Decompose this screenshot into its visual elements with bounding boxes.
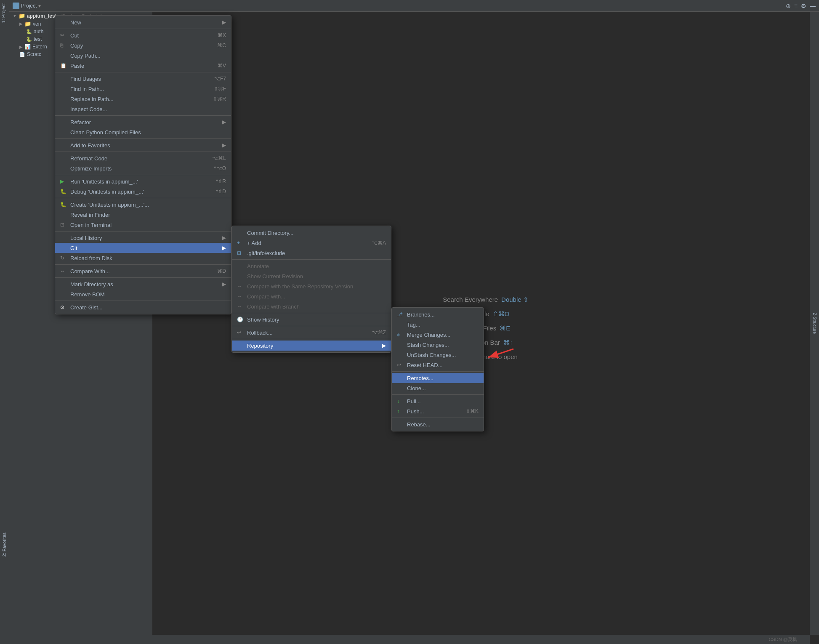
git-compare-same[interactable]: ↔ Compare with the Same Repository Versi…: [232, 281, 391, 291]
menu-item-new[interactable]: New ▶: [55, 17, 231, 27]
cut-icon: ✂: [60, 32, 68, 38]
menu-item-run[interactable]: ▶ Run 'Unittests in appium_...' ^⇧R: [55, 176, 231, 186]
repo-reset-head[interactable]: ↩ Reset HEAD...: [392, 360, 484, 370]
separator: [392, 418, 484, 418]
submenu-repo: ⎇ Branches... Tag... ⎈ Merge Changes... …: [391, 307, 484, 431]
separator: [55, 301, 231, 301]
git-annotate[interactable]: Annotate: [232, 261, 391, 271]
expand-arrow: ▼: [13, 13, 17, 18]
git-compare-with[interactable]: ↔ Compare with...: [232, 291, 391, 301]
menu-item-reformat[interactable]: Reformat Code ⌥⌘L: [55, 153, 231, 163]
menu-item-local-history[interactable]: Local History ▶: [55, 233, 231, 243]
rollback-icon: ↩: [237, 330, 245, 335]
menu-item-mark-dir[interactable]: Mark Directory as ▶: [55, 279, 231, 289]
submenu-git: Commit Directory... + + Add ⌥⌘A ⊟ .git/i…: [231, 226, 391, 353]
separator: [55, 138, 231, 139]
menu-item-copy[interactable]: ⎘ Copy ⌘C: [55, 40, 231, 51]
run-icon: ▶: [60, 178, 68, 184]
menu-item-inspect[interactable]: Inspect Code...: [55, 104, 231, 114]
debug-icon: 🐛: [60, 189, 68, 194]
git-rollback[interactable]: ↩ Rollback... ⌥⌘Z: [232, 327, 391, 338]
menu-item-optimize[interactable]: Optimize Imports ^⌥O: [55, 163, 231, 173]
menu-item-create[interactable]: 🐛 Create 'Unittests in appium_...'...: [55, 200, 231, 210]
git-add[interactable]: + + Add ⌥⌘A: [232, 238, 391, 248]
file-icon-scratch: 📄: [19, 52, 25, 57]
watermark: CSDN @灵枫: [769, 636, 797, 643]
repo-pull[interactable]: ↓ Pull...: [392, 396, 484, 406]
repo-stash[interactable]: Stash Changes...: [392, 340, 484, 350]
repo-merge[interactable]: ⎈ Merge Changes...: [392, 330, 484, 340]
menu-item-replace-path[interactable]: Replace in Path... ⇧⌘R: [55, 94, 231, 104]
separator: [232, 339, 391, 339]
menu-item-debug[interactable]: 🐛 Debug 'Unittests in appium_...' ^⇧D: [55, 186, 231, 197]
repo-tag[interactable]: Tag...: [392, 319, 484, 330]
menu-item-git[interactable]: Git ▶: [55, 243, 231, 253]
settings-icon[interactable]: ⚙: [801, 3, 806, 9]
menu-item-find-path[interactable]: Find in Path... ⇧⌘F: [55, 84, 231, 94]
separator: [55, 115, 231, 116]
expand-arrow-ven: ▶: [19, 21, 23, 26]
menu-item-reload[interactable]: ↻ Reload from Disk: [55, 253, 231, 263]
arrow-icon: ▶: [222, 245, 226, 251]
menu-item-clean[interactable]: Clean Python Compiled Files: [55, 127, 231, 137]
add-icon: +: [237, 240, 245, 246]
menu-item-cut[interactable]: ✂ Cut ⌘X: [55, 30, 231, 40]
separator: [55, 198, 231, 198]
svg-line-1: [488, 349, 513, 357]
arrow-icon: ▶: [382, 343, 386, 349]
sidebar-item-favorites[interactable]: 2: Favorites: [0, 529, 8, 560]
separator: [55, 72, 231, 72]
arrow-icon: ▶: [222, 119, 226, 125]
project-icon: [13, 3, 19, 9]
repo-clone[interactable]: Clone...: [392, 383, 484, 393]
git-repository[interactable]: Repository ▶: [232, 341, 391, 351]
arrow-icon: ▶: [222, 281, 226, 287]
topbar-controls: ⊕ ≡ ⚙ —: [786, 3, 816, 9]
repo-push[interactable]: ↑ Push... ⇧⌘K: [392, 406, 484, 416]
file-icon-auth: 🐍: [26, 29, 32, 35]
menu-item-remove-bom[interactable]: Remove BOM: [55, 289, 231, 299]
menu-item-gist[interactable]: ⊙ Create Gist...: [55, 302, 231, 312]
menu-item-copy-path[interactable]: Copy Path...: [55, 51, 231, 61]
create-icon: 🐛: [60, 202, 68, 208]
github-icon: ⊙: [60, 304, 68, 310]
context-menu: New ▶ ✂ Cut ⌘X ⎘ Copy ⌘C Copy Path... 📋 …: [55, 15, 231, 314]
right-sidebar: Z-Structure: [810, 12, 819, 635]
separator: [232, 313, 391, 313]
separator: [55, 29, 231, 29]
z-structure-label[interactable]: Z-Structure: [812, 313, 817, 334]
separator: [392, 394, 484, 395]
collapse-icon[interactable]: ≡: [794, 3, 798, 9]
git-compare-branch[interactable]: ↔ Compare with Branch: [232, 301, 391, 311]
git-exclude[interactable]: ⊟ .git/info/exclude: [232, 248, 391, 258]
git-file-icon: ⊟: [237, 250, 245, 256]
sidebar-item-project[interactable]: 1: Project: [0, 0, 7, 31]
reload-icon: ↻: [60, 255, 68, 261]
folder-icon-ven: 📁: [24, 21, 31, 27]
menu-item-paste[interactable]: 📋 Paste ⌘V: [55, 61, 231, 71]
repo-rebase[interactable]: Rebase...: [392, 419, 484, 429]
topbar-title: Project ▾: [21, 3, 41, 9]
close-icon[interactable]: —: [810, 3, 816, 9]
separator: [392, 371, 484, 372]
separator: [55, 152, 231, 152]
arrow-icon: ▶: [222, 235, 226, 241]
menu-item-terminal[interactable]: ⊡ Open in Terminal: [55, 220, 231, 230]
reset-icon: ↩: [397, 362, 404, 368]
repo-branches[interactable]: ⎇ Branches...: [392, 309, 484, 319]
git-commit[interactable]: Commit Directory...: [232, 228, 391, 238]
menu-item-refactor[interactable]: Refactor ▶: [55, 117, 231, 127]
menu-item-reveal[interactable]: Reveal in Finder: [55, 210, 231, 220]
repo-unstash[interactable]: UnStash Changes...: [392, 350, 484, 360]
hint-search: Search Everywhere Double ⇧: [443, 296, 529, 303]
sync-icon[interactable]: ⊕: [786, 3, 791, 9]
git-show-history[interactable]: 🕐 Show History: [232, 314, 391, 325]
repo-remotes[interactable]: Remotes...: [392, 373, 484, 383]
separator: [55, 277, 231, 278]
menu-item-favorites[interactable]: Add to Favorites ▶: [55, 140, 231, 150]
menu-item-compare[interactable]: ↔ Compare With... ⌘D: [55, 266, 231, 276]
git-show-rev[interactable]: Show Current Revision: [232, 271, 391, 281]
menu-item-find-usages[interactable]: Find Usages ⌥F7: [55, 74, 231, 84]
arrow-icon: ▶: [222, 19, 226, 25]
copy-icon: ⎘: [60, 43, 68, 48]
